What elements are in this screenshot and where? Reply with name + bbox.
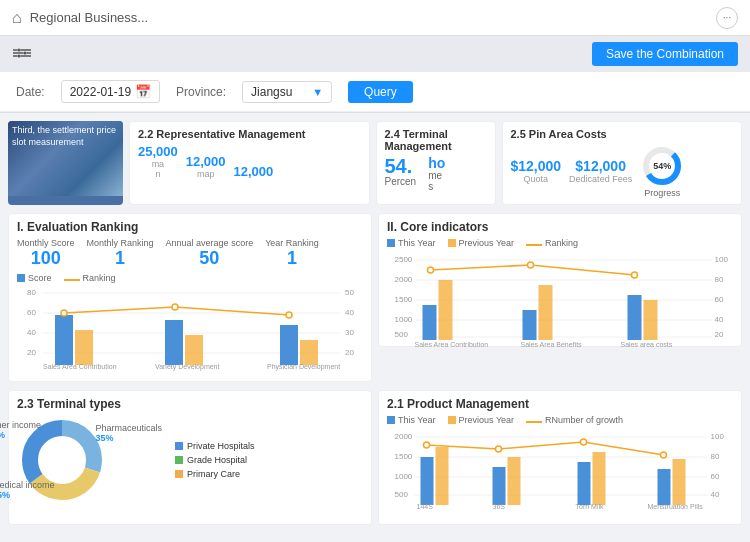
eval-section: I. Evaluation Ranking Monthly Score 100 …: [8, 213, 372, 382]
svg-text:2000: 2000: [395, 432, 413, 441]
home-icon[interactable]: ⌂: [12, 9, 22, 27]
svg-text:144S: 144S: [417, 503, 434, 510]
svg-point-29: [61, 310, 67, 316]
province-label: Province:: [176, 85, 226, 99]
svg-point-87: [496, 446, 502, 452]
svg-point-65: [40, 438, 84, 482]
top-bar: ⌂ Regional Business... ···: [0, 0, 750, 36]
svg-text:100: 100: [711, 432, 725, 441]
date-input[interactable]: 2022-01-19 📅: [61, 80, 160, 103]
svg-point-0: [18, 48, 21, 51]
terminal-types-title: 2.3 Terminal types: [17, 397, 363, 411]
province-select[interactable]: Jiangsu ▼: [242, 81, 332, 103]
svg-text:Variety Development: Variety Development: [155, 363, 220, 371]
svg-point-1: [18, 54, 21, 57]
svg-text:Sales Area Benefits: Sales Area Benefits: [521, 341, 583, 348]
save-combination-button[interactable]: Save the Combination: [592, 42, 738, 66]
product-legend: This Year Previous Year RNumber of growt…: [387, 415, 733, 425]
core-title: II. Core indicators: [387, 220, 733, 234]
rep-metric-3: 12,000: [234, 164, 274, 179]
progress-donut: 54%: [640, 144, 684, 188]
svg-rect-51: [439, 280, 453, 340]
core-section: II. Core indicators This Year Previous Y…: [378, 213, 742, 382]
svg-text:2500: 2500: [395, 255, 413, 264]
dedicated-value: $12,000: [569, 158, 632, 174]
pin-costs: $12,000 Quota $12,000 Dedicated Fees 54%: [511, 144, 734, 198]
svg-rect-78: [421, 457, 434, 505]
svg-point-31: [286, 312, 292, 318]
core-legend: This Year Previous Year Ranking: [387, 238, 733, 248]
svg-rect-54: [628, 295, 642, 340]
svg-text:Physician Development: Physician Development: [267, 363, 340, 371]
progress-label: Progress: [644, 188, 680, 198]
svg-rect-80: [493, 467, 506, 505]
svg-rect-53: [539, 285, 553, 340]
date-label: Date:: [16, 85, 45, 99]
quota-label: Quota: [511, 174, 562, 184]
svg-rect-82: [578, 462, 591, 505]
sections-row: I. Evaluation Ranking Monthly Score 100 …: [8, 213, 742, 382]
svg-text:36S: 36S: [493, 503, 506, 510]
calendar-icon: 📅: [135, 84, 151, 99]
svg-rect-85: [673, 459, 686, 505]
svg-rect-25: [165, 320, 183, 365]
rep-metric-1: 25,000: [138, 144, 178, 159]
rep-metric-2: 12,000: [186, 154, 226, 169]
filter-bar: Date: 2022-01-19 📅 Province: Jiangsu ▼ Q…: [0, 72, 750, 112]
terminal-types-card: 2.3 Terminal types Other inc: [8, 390, 372, 525]
svg-text:1000: 1000: [395, 472, 413, 481]
image-card: Third, the settlement price slot measure…: [8, 121, 123, 205]
rep-card-title: 2.2 Representative Management: [138, 128, 361, 140]
svg-text:40: 40: [27, 328, 36, 337]
svg-text:80: 80: [711, 452, 720, 461]
svg-rect-52: [523, 310, 537, 340]
svg-text:Menstruation Pills: Menstruation Pills: [648, 503, 704, 510]
breadcrumb-title: Regional Business...: [30, 10, 149, 25]
rep-metrics: 25,000 man 12,000 map 12,000: [138, 144, 361, 179]
summary-row: Third, the settlement price slot measure…: [8, 121, 742, 205]
svg-text:80: 80: [715, 275, 724, 284]
product-title: 2.1 Product Management: [387, 397, 733, 411]
terminal-card-title: 2.4 Terminal Management: [385, 128, 487, 152]
svg-text:500: 500: [395, 330, 409, 339]
svg-point-58: [632, 272, 638, 278]
svg-text:40: 40: [711, 490, 720, 499]
pin-card-title: 2.5 Pin Area Costs: [511, 128, 734, 140]
svg-text:1500: 1500: [395, 452, 413, 461]
svg-text:100: 100: [715, 255, 729, 264]
query-button[interactable]: Query: [348, 81, 413, 103]
more-options-icon[interactable]: ···: [716, 7, 738, 29]
svg-rect-50: [423, 305, 437, 340]
svg-text:2000: 2000: [395, 275, 413, 284]
svg-rect-79: [436, 447, 449, 505]
svg-text:40: 40: [345, 308, 354, 317]
svg-text:40: 40: [715, 315, 724, 324]
bottom-row: 2.3 Terminal types Other inc: [8, 390, 742, 525]
svg-text:80: 80: [27, 288, 36, 297]
svg-rect-81: [508, 457, 521, 505]
product-mgmt-card: 2.1 Product Management This Year Previou…: [378, 390, 742, 525]
svg-rect-26: [185, 335, 203, 365]
svg-text:Sales Area Contribution: Sales Area Contribution: [43, 363, 117, 370]
svg-rect-55: [644, 300, 658, 340]
toolbar: Save the Combination: [0, 36, 750, 72]
core-chart: 2500 2000 1500 1000 500 100 80 60 40 20: [387, 250, 733, 340]
svg-point-56: [428, 267, 434, 273]
other-income-label: Other income30%: [0, 420, 41, 440]
date-value: 2022-01-19: [70, 85, 131, 99]
terminal-management-card: 2.4 Terminal Management 54. Percen ho me…: [376, 121, 496, 205]
main-content: Third, the settlement price slot measure…: [0, 113, 750, 533]
svg-text:1500: 1500: [395, 295, 413, 304]
svg-text:20: 20: [27, 348, 36, 357]
svg-rect-83: [593, 452, 606, 505]
svg-text:Sales Area Contribution: Sales Area Contribution: [415, 341, 489, 348]
svg-text:20: 20: [345, 348, 354, 357]
eval-legend: Score Ranking: [17, 273, 363, 283]
quota-value: $12,000: [511, 158, 562, 174]
svg-rect-23: [55, 315, 73, 365]
medical-income-label: Medical income35%: [0, 480, 55, 500]
eval-chart: 80 60 40 20 50 40 30 20: [17, 285, 363, 375]
rep-management-card: 2.2 Representative Management 25,000 man…: [129, 121, 370, 205]
core-card: II. Core indicators This Year Previous Y…: [378, 213, 742, 347]
svg-point-88: [581, 439, 587, 445]
